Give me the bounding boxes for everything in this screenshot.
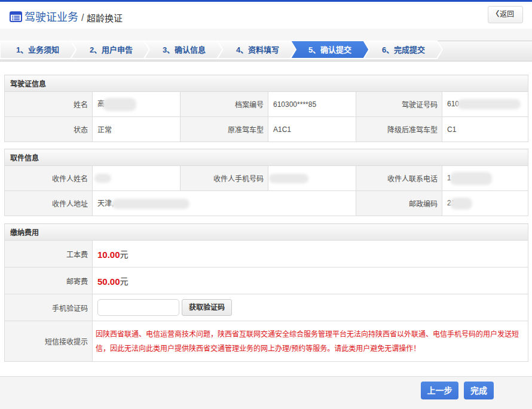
svg-text:1、业务须知: 1、业务须知 [16, 45, 59, 54]
svg-text:5、确认提交: 5、确认提交 [308, 45, 351, 54]
svg-text:3、确认信息: 3、确认信息 [163, 45, 206, 54]
svg-text:6、完成提交: 6、完成提交 [382, 45, 425, 54]
svg-text:2、用户申告: 2、用户申告 [90, 45, 133, 54]
svg-text:4、资料填写: 4、资料填写 [236, 45, 279, 54]
